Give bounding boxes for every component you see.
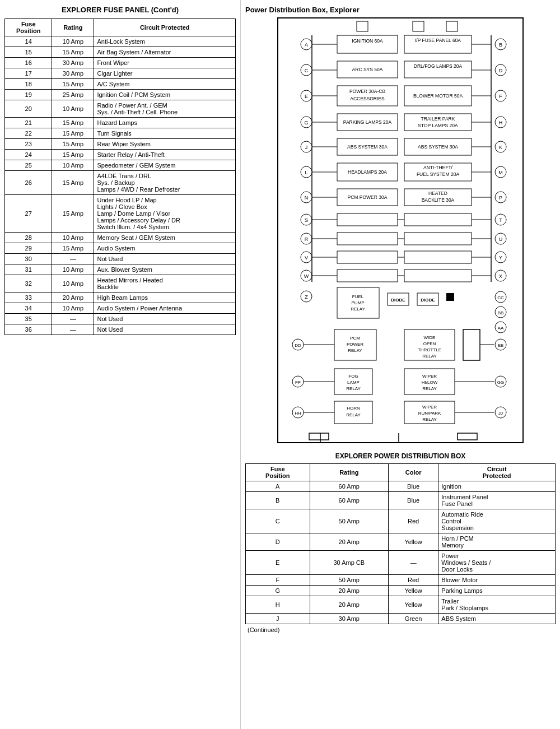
svg-text:BB: BB	[498, 310, 504, 315]
pdb-title: Power Distribution Box, Explorer	[245, 6, 556, 14]
svg-text:RELAY: RELAY	[348, 348, 362, 353]
svg-text:POWER 30A-CB: POWER 30A-CB	[349, 89, 386, 94]
circuit-cell: Aux. Blower System	[94, 264, 236, 275]
svg-text:CC: CC	[497, 295, 504, 300]
rating-cell: 30 Amp	[310, 614, 388, 624]
circuit-cell: High Beam Lamps	[94, 292, 236, 303]
svg-text:POWER: POWER	[347, 342, 363, 347]
rating-cell: 60 Amp	[310, 481, 388, 492]
circuit-cell: PowerWindows / Seats /Door Locks	[438, 551, 556, 575]
pos-cell: G	[246, 586, 310, 596]
rating-cell: 10 Amp	[52, 275, 94, 292]
rating-cell: 50 Amp	[310, 509, 388, 533]
pos-cell: E	[246, 551, 310, 575]
svg-text:PARKING LAMPS 20A: PARKING LAMPS 20A	[343, 119, 392, 125]
svg-text:FF: FF	[295, 380, 301, 385]
circuit-cell: Starter Relay / Anti-Theft	[94, 150, 236, 160]
circuit-cell: Parking Lamps	[438, 586, 556, 596]
circuit-cell: Blower Motor	[438, 575, 556, 586]
rating-cell: 10 Amp	[52, 160, 94, 171]
svg-text:S: S	[305, 217, 308, 223]
fuse-pos-cell: 25	[5, 160, 52, 171]
fuse-pos-cell: 29	[5, 243, 52, 254]
svg-text:PCM POWER 30A: PCM POWER 30A	[348, 194, 388, 200]
color-cell: —	[388, 551, 438, 575]
fuse-pos-cell: 34	[5, 303, 52, 314]
color-cell: Red	[388, 509, 438, 533]
rating-cell: 15 Amp	[52, 79, 94, 90]
fuse-pos-cell: 22	[5, 128, 52, 139]
svg-text:WIDE: WIDE	[424, 335, 436, 340]
svg-text:I/P FUSE PANEL 60A: I/P FUSE PANEL 60A	[415, 38, 461, 43]
circuit-cell: Radio / Power Ant. / GEMSys. / Anti-Thef…	[94, 100, 236, 118]
svg-text:HI/LOW: HI/LOW	[422, 380, 438, 385]
svg-text:ABS SYSTEM 30A: ABS SYSTEM 30A	[418, 144, 458, 150]
svg-text:FUEL SYSTEM 20A: FUEL SYSTEM 20A	[417, 171, 460, 177]
color-cell: Green	[388, 614, 438, 624]
power-table: FusePosition Rating Color CircuitProtect…	[245, 463, 556, 624]
svg-text:V: V	[305, 255, 308, 261]
circuit-cell: A4LDE Trans / DRLSys. / BackupLamps / 4W…	[94, 171, 236, 195]
table-row: 3320 AmpHigh Beam Lamps	[5, 292, 236, 303]
fuse-pos-cell: 15	[5, 47, 52, 58]
svg-text:LAMP: LAMP	[347, 380, 360, 385]
table-row: 3210 AmpHeated Mirrors / HeatedBacklite	[5, 275, 236, 292]
left-title: EXPLORER FUSE PANEL (Cont'd)	[4, 6, 236, 14]
circuit-cell: Rear Wiper System	[94, 139, 236, 150]
svg-text:RELAY: RELAY	[422, 386, 437, 391]
circuit-cell: ABS System	[438, 614, 556, 624]
circuit-cell: Horn / PCMMemory	[438, 533, 556, 551]
svg-text:PCM: PCM	[350, 336, 360, 341]
color-cell: Blue	[388, 481, 438, 492]
fuse-pos-cell: 19	[5, 90, 52, 100]
table-row: 2615 AmpA4LDE Trans / DRLSys. / BackupLa…	[5, 171, 236, 195]
circuit-cell: Automatic RideControlSuspension	[438, 509, 556, 533]
svg-text:H: H	[499, 120, 503, 126]
svg-text:DIODE: DIODE	[421, 298, 435, 303]
col-rating: Rating	[52, 19, 94, 36]
circuit-cell: Anti-Lock System	[94, 36, 236, 47]
table-row: 2415 AmpStarter Relay / Anti-Theft	[5, 150, 236, 160]
rating-cell: —	[52, 314, 94, 324]
table-row: B60 AmpBlueInstrument PanelFuse Panel	[246, 492, 556, 509]
rating-cell: 20 Amp	[52, 292, 94, 303]
svg-text:RELAY: RELAY	[346, 412, 361, 417]
svg-text:ACCESSORIES: ACCESSORIES	[350, 96, 385, 101]
svg-text:RUN/PARK: RUN/PARK	[418, 411, 441, 416]
table-row: 1925 AmpIgnition Coil / PCM System	[5, 90, 236, 100]
svg-text:P: P	[499, 195, 502, 201]
svg-text:M: M	[498, 170, 503, 175]
circuit-cell: Ignition	[438, 481, 556, 492]
table-row: 2315 AmpRear Wiper System	[5, 139, 236, 150]
rating-cell: 15 Amp	[52, 139, 94, 150]
fuse-pos-cell: 21	[5, 118, 52, 128]
circuit-cell: Turn Signals	[94, 128, 236, 139]
svg-rect-1	[413, 21, 424, 31]
table-row: 2510 AmpSpeedometer / GEM System	[5, 160, 236, 171]
svg-text:HEADLAMPS 20A: HEADLAMPS 20A	[348, 169, 387, 175]
svg-text:HH: HH	[295, 411, 301, 416]
svg-text:BACKLITE 30A: BACKLITE 30A	[422, 197, 455, 203]
svg-rect-40	[404, 251, 472, 263]
svg-text:JJ: JJ	[498, 411, 503, 416]
svg-rect-41	[337, 270, 398, 282]
table-row: 35—Not Used	[5, 314, 236, 324]
svg-text:G: G	[304, 120, 308, 126]
pos-cell: J	[246, 614, 310, 624]
pos-cell: A	[246, 481, 310, 492]
table-row: 1515 AmpAir Bag System / Alternator	[5, 47, 236, 58]
rating-cell: 10 Amp	[52, 100, 94, 118]
svg-text:HORN: HORN	[347, 406, 360, 411]
col-rating: Rating	[310, 464, 388, 481]
svg-text:IGNITION 60A: IGNITION 60A	[352, 38, 383, 44]
circuit-cell: Audio System	[94, 243, 236, 254]
table-row: 2115 AmpHazard Lamps	[5, 118, 236, 128]
svg-rect-78	[458, 433, 477, 440]
rating-cell: 20 Amp	[310, 586, 388, 596]
table-row: C50 AmpRedAutomatic RideControlSuspensio…	[246, 509, 556, 533]
table-row: 2215 AmpTurn Signals	[5, 128, 236, 139]
svg-text:FOG: FOG	[348, 374, 358, 379]
svg-text:WIPER: WIPER	[422, 405, 437, 410]
fuse-pos-cell: 36	[5, 324, 52, 335]
svg-text:N: N	[305, 195, 309, 201]
